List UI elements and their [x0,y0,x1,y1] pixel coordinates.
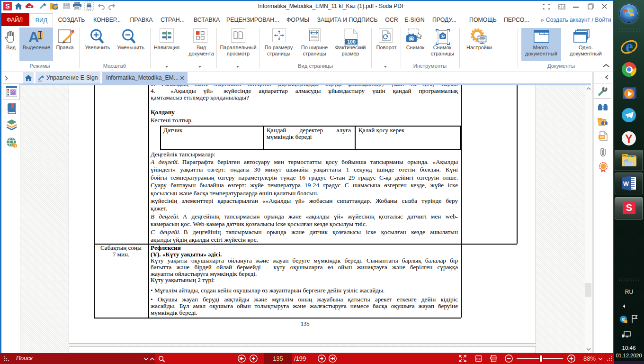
svg-text:100: 100 [476,357,482,361]
svg-text:W: W [623,180,629,187]
svg-text:100: 100 [347,39,356,45]
